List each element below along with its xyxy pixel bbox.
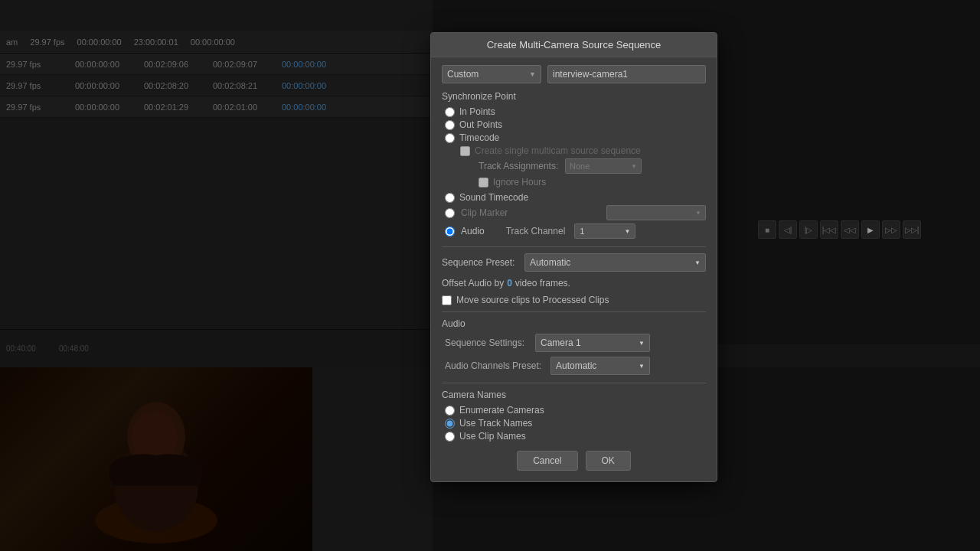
chevron-down-icon: ▼ bbox=[529, 70, 536, 78]
clip-marker-label: Clip Marker bbox=[461, 207, 508, 218]
dialog-buttons: Cancel OK bbox=[442, 451, 706, 471]
clip-marker-row[interactable]: Clip Marker ▼ bbox=[442, 205, 706, 220]
top-row: Custom ▼ bbox=[442, 65, 706, 83]
use-track-names-label: Use Track Names bbox=[459, 418, 532, 429]
timecode-option[interactable]: Timecode bbox=[442, 132, 706, 143]
sound-timecode-label: Sound Timecode bbox=[459, 192, 528, 203]
sequence-preset-label: Sequence Preset: bbox=[442, 257, 518, 268]
sync-point-label: Synchronize Point bbox=[442, 91, 706, 102]
audio-channels-dropdown[interactable]: Automatic ▼ bbox=[550, 357, 650, 375]
track-assignments-dropdown[interactable]: None ▼ bbox=[565, 158, 642, 174]
offset-value[interactable]: 0 bbox=[507, 278, 512, 289]
chevron-down-icon: ▼ bbox=[639, 340, 645, 347]
audio-radio[interactable] bbox=[445, 227, 455, 236]
chevron-down-icon: ▼ bbox=[631, 163, 637, 170]
cancel-button[interactable]: Cancel bbox=[517, 451, 577, 471]
offset-prefix: Offset Audio by bbox=[442, 278, 504, 289]
track-channel-value: 1 bbox=[580, 227, 584, 236]
preset-type-dropdown[interactable]: Custom ▼ bbox=[442, 65, 541, 83]
audio-section-header: Audio bbox=[442, 318, 706, 329]
single-multicam-label: Create single multicam source sequence bbox=[475, 145, 641, 156]
dialog-title: Create Multi-Camera Source Sequence bbox=[431, 33, 717, 57]
enumerate-cameras-radio[interactable] bbox=[445, 406, 455, 416]
move-source-clips-label: Move source clips to Processed Clips bbox=[456, 295, 609, 305]
chevron-down-icon: ▼ bbox=[624, 228, 630, 235]
out-points-radio[interactable] bbox=[445, 120, 455, 130]
sequence-preset-row: Sequence Preset: Automatic ▼ bbox=[442, 253, 706, 272]
track-channel-label: Track Channel bbox=[506, 226, 566, 236]
chevron-down-icon: ▼ bbox=[639, 363, 645, 370]
audio-label: Audio bbox=[461, 226, 485, 236]
in-points-radio[interactable] bbox=[445, 107, 455, 117]
dialog-body: Custom ▼ Synchronize Point In Points Out… bbox=[431, 57, 717, 481]
sync-radio-group: In Points Out Points Timecode Create sin… bbox=[442, 106, 706, 239]
ignore-hours-label: Ignore Hours bbox=[493, 177, 546, 187]
move-source-clips-checkbox[interactable] bbox=[442, 295, 452, 305]
track-assignments-row: Track Assignments: None ▼ bbox=[460, 158, 706, 174]
seq-settings-value: Camera 1 bbox=[541, 337, 581, 348]
audio-channels-label: Audio Channels Preset: bbox=[445, 360, 544, 371]
seq-settings-dropdown[interactable]: Camera 1 ▼ bbox=[535, 334, 650, 352]
use-clip-names-radio[interactable] bbox=[445, 432, 455, 442]
out-points-label: Out Points bbox=[459, 119, 502, 130]
track-channel-dropdown[interactable]: 1 ▼ bbox=[574, 223, 635, 239]
divider-2 bbox=[442, 311, 706, 312]
in-points-option[interactable]: In Points bbox=[442, 106, 706, 117]
use-track-names-radio[interactable] bbox=[445, 419, 455, 429]
enumerate-cameras-label: Enumerate Cameras bbox=[459, 405, 544, 416]
camera-names-section: Camera Names Enumerate Cameras Use Track… bbox=[442, 390, 706, 442]
sequence-preset-dropdown[interactable]: Automatic ▼ bbox=[524, 253, 706, 272]
sound-timecode-radio[interactable] bbox=[445, 193, 455, 203]
seq-settings-row: Sequence Settings: Camera 1 ▼ bbox=[442, 334, 706, 352]
track-assignments-value: None bbox=[570, 161, 590, 171]
use-clip-names-option[interactable]: Use Clip Names bbox=[442, 431, 706, 442]
offset-suffix: video frames. bbox=[515, 278, 570, 289]
audio-channels-value: Automatic bbox=[556, 360, 596, 371]
out-points-option[interactable]: Out Points bbox=[442, 119, 706, 130]
offset-audio-row: Offset Audio by 0 video frames. bbox=[442, 278, 706, 289]
single-multicam-checkbox-item[interactable]: Create single multicam source sequence bbox=[460, 145, 706, 156]
ok-button[interactable]: OK bbox=[586, 451, 631, 471]
camera-names-label: Camera Names bbox=[442, 390, 706, 400]
create-multicam-dialog: Create Multi-Camera Source Sequence Cust… bbox=[430, 32, 717, 482]
sequence-name-input[interactable] bbox=[547, 65, 706, 83]
audio-section: Audio Sequence Settings: Camera 1 ▼ Audi… bbox=[442, 318, 706, 375]
ignore-hours-checkbox[interactable] bbox=[479, 178, 488, 187]
sequence-preset-value: Automatic bbox=[530, 257, 570, 268]
audio-channels-row: Audio Channels Preset: Automatic ▼ bbox=[442, 357, 706, 375]
move-source-clips-row[interactable]: Move source clips to Processed Clips bbox=[442, 295, 706, 305]
enumerate-cameras-option[interactable]: Enumerate Cameras bbox=[442, 405, 706, 416]
use-clip-names-label: Use Clip Names bbox=[459, 431, 526, 442]
use-track-names-option[interactable]: Use Track Names bbox=[442, 418, 706, 429]
preset-type-value: Custom bbox=[447, 69, 479, 80]
audio-option[interactable]: Audio Track Channel 1 ▼ bbox=[442, 223, 706, 239]
chevron-down-icon: ▼ bbox=[694, 259, 701, 266]
ignore-hours-row[interactable]: Ignore Hours bbox=[460, 177, 706, 187]
in-points-label: In Points bbox=[459, 106, 495, 117]
chevron-down-icon: ▼ bbox=[695, 210, 701, 217]
timecode-sub-options: Create single multicam source sequence T… bbox=[442, 145, 706, 187]
sound-timecode-option[interactable]: Sound Timecode bbox=[442, 192, 706, 203]
clip-marker-radio[interactable] bbox=[445, 208, 455, 218]
timecode-radio[interactable] bbox=[445, 133, 455, 143]
track-assignments-label: Track Assignments: bbox=[479, 161, 559, 171]
divider-1 bbox=[442, 246, 706, 247]
clip-marker-dropdown[interactable]: ▼ bbox=[606, 205, 706, 220]
single-multicam-checkbox[interactable] bbox=[460, 146, 470, 156]
divider-3 bbox=[442, 383, 706, 383]
timecode-label: Timecode bbox=[459, 132, 499, 143]
seq-settings-label: Sequence Settings: bbox=[445, 337, 529, 348]
